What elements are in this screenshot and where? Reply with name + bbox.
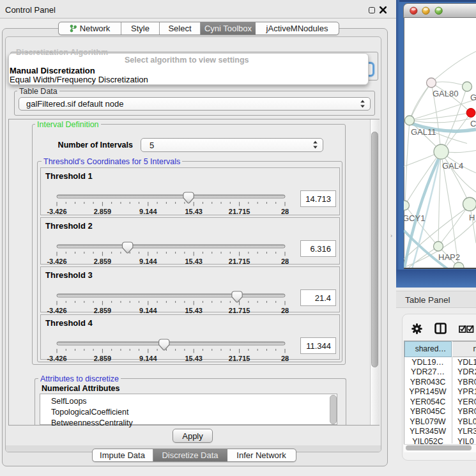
svg-text:GAL4: GAL4 bbox=[442, 161, 463, 171]
svg-text:GAL80: GAL80 bbox=[433, 89, 458, 98]
svg-text:H: H bbox=[469, 212, 475, 222]
svg-text:C…: C… bbox=[470, 118, 476, 128]
svg-text:HAP2: HAP2 bbox=[438, 252, 460, 262]
svg-text:G..: G.. bbox=[470, 92, 476, 102]
svg-text:GAL11: GAL11 bbox=[411, 127, 436, 137]
svg-text:GCY1: GCY1 bbox=[404, 213, 425, 222]
